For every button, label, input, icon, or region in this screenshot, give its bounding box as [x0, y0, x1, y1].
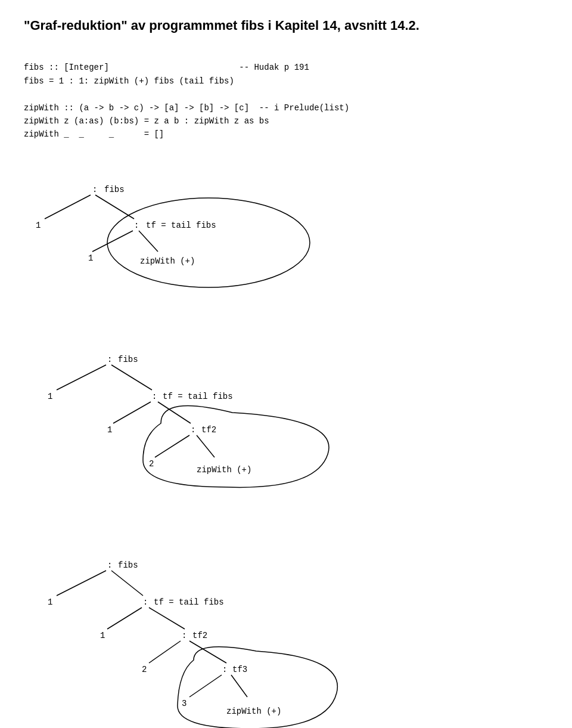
code-line5: zipWith z (a:as) (b:bs) = z a b : zipWit…	[24, 116, 269, 126]
d3-fibs-label: fibs	[118, 560, 138, 570]
d2-colon-root: :	[107, 355, 112, 364]
d2-colon-tf2: :	[191, 425, 195, 435]
d3-line-left2	[107, 608, 142, 629]
d3-tf2-label: tf2	[192, 631, 207, 640]
d1-line-left2	[92, 231, 133, 252]
d2-node-1b: 1	[107, 425, 112, 435]
d1-node-1b: 1	[88, 253, 93, 263]
d2-colon-inner: :	[152, 392, 157, 401]
code-line1: fibs :: [Integer] -- Hudak p 191	[24, 63, 309, 72]
d3-zipwith: zipWith (+)	[226, 707, 281, 716]
d3-tf-label: tf = tail fibs	[154, 597, 224, 607]
d1-line-right2	[139, 231, 158, 252]
d2-line-right3	[197, 435, 214, 457]
diagram1-svg: : fibs 1 : tf = tail fibs 1 zipWith (+)	[24, 159, 358, 296]
d1-colon-inner: :	[134, 221, 139, 230]
d3-tf3-label: tf3	[232, 665, 247, 674]
d3-node-1a: 1	[48, 597, 52, 607]
code-line2: fibs = 1 : 1: zipWith (+) fibs (tail fib…	[24, 76, 234, 86]
d3-colon-tf: :	[143, 597, 148, 607]
d2-line-right1	[111, 365, 152, 390]
d2-tf2-label: tf2	[201, 425, 216, 435]
d3-line-left4	[189, 675, 222, 697]
d3-line-right4	[231, 675, 247, 697]
d1-colon-root: :	[92, 185, 97, 194]
d3-node-1b: 1	[100, 631, 105, 640]
d3-line-left3	[149, 641, 181, 663]
d3-line-right1	[111, 571, 143, 596]
code-block: fibs :: [Integer] -- Hudak p 191 fibs = …	[24, 48, 548, 141]
d2-line-left1	[57, 365, 106, 390]
code-line6: zipWith _ _ _ = []	[24, 129, 164, 139]
d3-line-left1	[57, 571, 106, 596]
diagram1: : fibs 1 : tf = tail fibs 1 zipWith (+)	[24, 159, 560, 299]
diagram3: : fibs 1 : tf = tail fibs 1 : tf2 2 : tf…	[24, 541, 560, 728]
page-title: "Graf-reduktion" av programmmet fibs i K…	[24, 18, 548, 33]
d2-fibs-label: fibs	[118, 355, 138, 364]
d3-line-right3	[189, 641, 226, 663]
d3-node-2: 2	[142, 665, 147, 674]
d3-colon-root: :	[107, 560, 112, 570]
d3-colon-tf2: :	[182, 631, 186, 640]
d3-colon-tf3: :	[222, 665, 227, 674]
d2-tf-label: tf = tail fibs	[163, 392, 233, 401]
d2-node-1a: 1	[48, 392, 52, 401]
d2-line-left2	[113, 402, 151, 423]
d3-line-right2	[149, 608, 185, 629]
d1-circle	[107, 198, 310, 287]
diagram2-svg: : fibs 1 : tf = tail fibs 1 : tf2 2 zipW…	[24, 335, 381, 502]
d1-zipwith: zipWith (+)	[140, 256, 195, 266]
d2-line-left3	[155, 435, 189, 457]
d1-line-left1	[45, 195, 91, 219]
d3-node-3: 3	[182, 699, 186, 708]
d1-fibs-label: fibs	[104, 185, 125, 194]
diagram3-svg: : fibs 1 : tf = tail fibs 1 : tf2 2 : tf…	[24, 541, 393, 728]
diagram2: : fibs 1 : tf = tail fibs 1 : tf2 2 zipW…	[24, 335, 560, 505]
d1-node-1a: 1	[36, 221, 41, 230]
d2-line-right2	[158, 402, 191, 423]
d1-tf-label: tf = tail fibs	[146, 221, 216, 230]
code-line4: zipWith :: (a -> b -> c) -> [a] -> [b] -…	[24, 103, 349, 113]
d2-circle	[143, 405, 329, 487]
d2-node-2: 2	[149, 459, 154, 469]
d2-zipwith: zipWith (+)	[197, 465, 251, 475]
